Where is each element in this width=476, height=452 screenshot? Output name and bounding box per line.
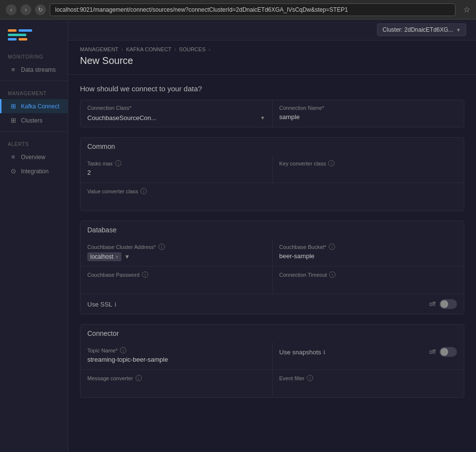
connection-name-value bbox=[279, 113, 457, 122]
logo bbox=[0, 25, 68, 48]
bookmark-icon[interactable]: ☆ bbox=[463, 5, 470, 14]
content-header: MANAGEMENT › KAFKA CONNECT › SOURCES › N… bbox=[68, 41, 476, 75]
connection-class-select[interactable]: CouchbaseSourceCon... ▼ bbox=[87, 113, 265, 122]
couchbase-bucket-input[interactable] bbox=[279, 252, 457, 260]
value-converter-label: Value converter class i bbox=[87, 188, 457, 194]
kafka-connect-icon: ⊞ bbox=[9, 103, 17, 110]
cluster-selector[interactable]: Cluster: 2dDnaicETd6XG... ▼ bbox=[377, 23, 466, 36]
sidebar-item-data-streams[interactable]: ≡ Data streams bbox=[0, 62, 68, 77]
connection-timeout-info-icon[interactable]: i bbox=[329, 271, 336, 278]
sidebar-item-integration[interactable]: ⊙ Integration bbox=[0, 164, 68, 178]
connection-timeout-label: Connection Timeout i bbox=[279, 271, 457, 278]
forward-button[interactable]: › bbox=[20, 4, 31, 15]
data-streams-icon: ≡ bbox=[9, 66, 17, 73]
cluster-label: Cluster: 2dDnaicETd6XG... bbox=[382, 26, 453, 33]
sidebar-item-kafka-connect[interactable]: ⊞ Kafka Connect bbox=[0, 99, 68, 113]
key-converter-input[interactable] bbox=[279, 169, 457, 176]
use-ssl-toggle[interactable] bbox=[439, 299, 457, 309]
main-content: MANAGEMENT › KAFKA CONNECT › SOURCES › N… bbox=[68, 41, 476, 452]
couchbase-password-input[interactable] bbox=[87, 280, 265, 288]
database-section-header: Database bbox=[80, 221, 464, 239]
connection-question: How should we connect to your data? bbox=[80, 84, 464, 93]
connection-class-arrow-icon: ▼ bbox=[260, 115, 265, 121]
event-filter-cell: Event filter i bbox=[273, 370, 464, 397]
connection-row: Connection Class* CouchbaseSourceCon... … bbox=[80, 100, 464, 127]
key-converter-info-icon[interactable]: i bbox=[328, 160, 335, 166]
connection-name-input[interactable] bbox=[279, 113, 457, 121]
tag-remove-icon[interactable]: × bbox=[115, 254, 118, 260]
couchbase-bucket-value bbox=[279, 252, 457, 261]
event-filter-info-icon[interactable]: i bbox=[307, 375, 313, 381]
management-section-label: MANAGEMENT bbox=[0, 85, 68, 99]
couchbase-bucket-info-icon[interactable]: i bbox=[329, 244, 335, 250]
sidebar-item-label: Kafka Connect bbox=[21, 103, 60, 110]
connection-class-cell: Connection Class* CouchbaseSourceCon... … bbox=[80, 100, 273, 127]
overview-icon: ≡ bbox=[9, 153, 17, 161]
use-ssl-toggle-right: off bbox=[429, 299, 457, 309]
connection-timeout-input[interactable] bbox=[279, 280, 457, 288]
event-filter-input[interactable] bbox=[279, 384, 457, 391]
database-section: Database Couchbase Cluster Address* i lo… bbox=[80, 221, 464, 314]
couchbase-password-info-icon[interactable]: i bbox=[142, 271, 148, 278]
value-converter-info-icon[interactable]: i bbox=[140, 188, 147, 194]
breadcrumb: MANAGEMENT › KAFKA CONNECT › SOURCES › bbox=[80, 46, 464, 52]
tasks-max-label: Tasks max i bbox=[87, 160, 265, 166]
use-snapshots-label: Use snapshots i bbox=[279, 349, 325, 356]
topic-name-info-icon[interactable]: i bbox=[120, 347, 126, 353]
breadcrumb-sep-3: › bbox=[209, 46, 211, 52]
address-bar[interactable]: localhost:9021/management/connect/source… bbox=[50, 3, 456, 16]
tasks-max-input[interactable] bbox=[87, 169, 265, 176]
form-area: How should we connect to your data? Conn… bbox=[68, 75, 476, 452]
value-converter-value bbox=[87, 197, 457, 205]
connector-section: Connector Topic Name* i bbox=[80, 324, 464, 398]
database-row-3: Use SSL i off bbox=[80, 294, 464, 314]
couchbase-cluster-value[interactable]: localhost × ▼ bbox=[87, 252, 265, 261]
use-snapshots-toggle[interactable] bbox=[439, 347, 457, 357]
event-filter-label: Event filter i bbox=[279, 375, 457, 381]
message-converter-info-icon[interactable]: i bbox=[136, 375, 142, 381]
alerts-section-label: ALERTS bbox=[0, 136, 68, 150]
couchbase-password-label: Couchbase Password i bbox=[87, 271, 265, 278]
back-button[interactable]: ‹ bbox=[6, 4, 17, 15]
couchbase-bucket-label: Couchbase Bucket* i bbox=[279, 244, 457, 250]
message-converter-input[interactable] bbox=[87, 384, 265, 391]
localhost-tag: localhost × bbox=[87, 252, 121, 261]
common-row-1: Tasks max i Key converter class i bbox=[80, 155, 464, 183]
cluster-dropdown-icon[interactable]: ▼ bbox=[124, 253, 130, 260]
use-snapshots-info-icon[interactable]: i bbox=[324, 349, 325, 356]
couchbase-cluster-label: Couchbase Cluster Address* i bbox=[87, 244, 265, 250]
topic-name-label: Topic Name* i bbox=[87, 347, 265, 353]
sidebar-item-label: Data streams bbox=[21, 66, 56, 73]
message-converter-value bbox=[87, 384, 265, 392]
integration-icon: ⊙ bbox=[9, 167, 17, 175]
connection-timeout-cell: Connection Timeout i bbox=[273, 267, 464, 294]
topic-name-input[interactable] bbox=[87, 356, 265, 363]
value-converter-input[interactable] bbox=[87, 197, 457, 204]
event-filter-value bbox=[279, 384, 457, 392]
connection-name-cell: Connection Name* bbox=[273, 100, 464, 127]
couchbase-bucket-cell: Couchbase Bucket* i bbox=[273, 239, 464, 266]
message-converter-cell: Message converter i bbox=[80, 370, 273, 397]
use-ssl-info-icon[interactable]: i bbox=[115, 301, 116, 308]
reload-button[interactable]: ↻ bbox=[35, 4, 46, 15]
cluster-chevron-icon: ▼ bbox=[456, 27, 461, 33]
tasks-max-info-icon[interactable]: i bbox=[115, 160, 121, 166]
couchbase-password-value bbox=[87, 280, 265, 289]
use-snapshots-cell: Use snapshots i off bbox=[273, 342, 464, 370]
breadcrumb-management[interactable]: MANAGEMENT bbox=[80, 46, 119, 52]
sidebar-item-overview[interactable]: ≡ Overview bbox=[0, 150, 68, 164]
sidebar-item-clusters[interactable]: ⊞ Clusters bbox=[0, 113, 68, 127]
couchbase-password-cell: Couchbase Password i bbox=[80, 267, 273, 294]
connection-section: Connection Class* CouchbaseSourceCon... … bbox=[80, 100, 464, 127]
use-ssl-label: Use SSL i bbox=[87, 301, 116, 308]
connection-timeout-value bbox=[279, 280, 457, 289]
key-converter-value bbox=[279, 169, 457, 178]
couchbase-cluster-info-icon[interactable]: i bbox=[159, 244, 165, 250]
database-row-2: Couchbase Password i Connection Timeout … bbox=[80, 267, 464, 294]
breadcrumb-kafka-connect[interactable]: KAFKA CONNECT bbox=[126, 46, 172, 52]
key-converter-cell: Key converter class i bbox=[273, 155, 464, 183]
connection-name-label: Connection Name* bbox=[279, 105, 457, 111]
breadcrumb-sources[interactable]: SOURCES bbox=[179, 46, 205, 52]
common-section: Common Tasks max i bbox=[80, 137, 464, 211]
sidebar-item-label: Clusters bbox=[21, 117, 42, 124]
